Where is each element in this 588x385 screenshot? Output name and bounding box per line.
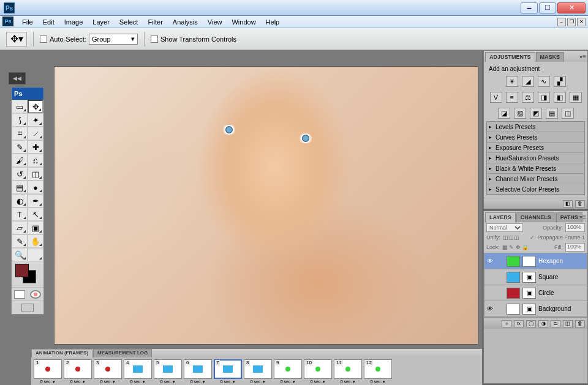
- animation-frame[interactable]: 40 sec. ▾: [124, 359, 152, 384]
- animation-frame[interactable]: 70 sec. ▾: [214, 359, 242, 384]
- tool-eyedropper[interactable]: ✎: [12, 140, 28, 154]
- preset-item[interactable]: Hue/Saturation Presets: [487, 153, 584, 163]
- frame-delay[interactable]: 0 sec. ▾: [244, 379, 272, 384]
- menu-filter[interactable]: Filter: [143, 17, 167, 27]
- frame-delay[interactable]: 0 sec. ▾: [154, 379, 182, 384]
- animation-frame[interactable]: 60 sec. ▾: [184, 359, 212, 384]
- tool-move[interactable]: ✥: [28, 100, 43, 113]
- toolbox-collapse-button[interactable]: ◀◀: [9, 72, 26, 84]
- tool-blur[interactable]: ●: [28, 181, 43, 194]
- tool-history-brush[interactable]: ↺: [12, 167, 28, 181]
- channel-mixer-icon[interactable]: ▦: [570, 92, 582, 103]
- frame-delay[interactable]: 0 sec. ▾: [334, 379, 362, 384]
- animation-frame[interactable]: 50 sec. ▾: [154, 359, 182, 384]
- doc-close-button[interactable]: ✕: [577, 18, 586, 26]
- frame-delay[interactable]: 0 sec. ▾: [304, 379, 332, 384]
- auto-select-mode-select[interactable]: Group▾: [89, 34, 138, 45]
- menu-file[interactable]: File: [17, 17, 38, 27]
- animation-frame[interactable]: 100 sec. ▾: [304, 359, 332, 384]
- tool-zoom[interactable]: 🔍: [12, 248, 28, 261]
- fx-icon[interactable]: fx: [514, 320, 524, 327]
- preset-item[interactable]: Channel Mixer Presets: [487, 174, 584, 184]
- group-icon[interactable]: 🗀: [551, 320, 560, 327]
- brightness-icon[interactable]: ☀: [506, 76, 518, 87]
- tab-masks[interactable]: MASKS: [536, 52, 565, 62]
- close-button[interactable]: [557, 2, 586, 13]
- frame-delay[interactable]: 0 sec. ▾: [64, 379, 92, 384]
- new-layer-icon[interactable]: ◫: [563, 320, 573, 327]
- tool-marquee[interactable]: ▭: [12, 100, 28, 113]
- tool-eraser[interactable]: ◫: [28, 167, 43, 181]
- tab-paths[interactable]: PATHS: [556, 212, 582, 222]
- unify-icon[interactable]: ◫◫◫: [503, 234, 519, 241]
- doc-restore-button[interactable]: ❐: [567, 18, 576, 26]
- frame-delay[interactable]: 0 sec. ▾: [184, 379, 212, 384]
- preset-item[interactable]: Curves Presets: [487, 132, 584, 143]
- tab-adjustments[interactable]: ADJUSTMENTS: [485, 52, 535, 62]
- tool-shape[interactable]: ▱: [12, 221, 28, 234]
- invert-icon[interactable]: ◪: [498, 108, 510, 119]
- tool-clone[interactable]: ⎌: [28, 154, 43, 167]
- tool-crop[interactable]: ⌗: [12, 127, 28, 140]
- link-icon[interactable]: ⟐: [502, 320, 511, 327]
- layer-row[interactable]: ▣Circle: [484, 285, 587, 301]
- opacity-value[interactable]: 100%: [565, 223, 585, 232]
- standard-mode-icon[interactable]: [14, 290, 25, 299]
- trash-icon[interactable]: 🗑: [575, 200, 585, 207]
- vibrance-icon[interactable]: V: [490, 92, 502, 103]
- layer-row[interactable]: 👁▣Hexagon: [484, 253, 587, 269]
- tab-channels[interactable]: CHANNELS: [516, 212, 556, 222]
- threshold-icon[interactable]: ◩: [530, 108, 542, 119]
- minimize-button[interactable]: [521, 2, 538, 13]
- tool-type[interactable]: T: [12, 207, 28, 221]
- animation-frame[interactable]: 20 sec. ▾: [64, 359, 92, 384]
- tool-dodge[interactable]: ◐: [12, 194, 28, 207]
- animation-frame[interactable]: 30 sec. ▾: [94, 359, 122, 384]
- app-menu-icon[interactable]: Ps: [2, 17, 13, 26]
- animation-frame[interactable]: 110 sec. ▾: [334, 359, 362, 384]
- preset-item[interactable]: Black & White Presets: [487, 163, 584, 174]
- tool-hand[interactable]: ✋: [28, 234, 43, 248]
- tool-slice[interactable]: ⟋: [28, 127, 43, 140]
- color-balance-icon[interactable]: ⚖: [522, 92, 534, 103]
- adj-layer-icon[interactable]: ◑: [538, 320, 548, 327]
- tool-lasso[interactable]: ⟆: [12, 113, 28, 127]
- exposure-icon[interactable]: ▞: [554, 76, 566, 87]
- frame-delay[interactable]: 0 sec. ▾: [364, 379, 392, 384]
- photo-filter-icon[interactable]: ◧: [554, 92, 566, 103]
- frame-delay[interactable]: 0 sec. ▾: [274, 379, 302, 384]
- frame-delay[interactable]: 0 sec. ▾: [214, 379, 242, 384]
- color-swatches[interactable]: [12, 261, 43, 287]
- lock-icons[interactable]: ▦ ✎ ✥ 🔒: [502, 244, 529, 250]
- tool-brush[interactable]: 🖌: [12, 154, 28, 167]
- auto-select-option[interactable]: Auto-Select: Group▾: [40, 34, 138, 45]
- foreground-color-swatch[interactable]: [15, 264, 29, 277]
- toolbox-header[interactable]: Ps: [12, 88, 43, 100]
- menu-window[interactable]: Window: [227, 17, 260, 27]
- layer-row[interactable]: ▣Square: [484, 269, 587, 285]
- frame-delay[interactable]: 0 sec. ▾: [34, 379, 62, 384]
- screen-mode-row[interactable]: [12, 301, 43, 314]
- visibility-icon[interactable]: [486, 289, 494, 297]
- menu-select[interactable]: Select: [115, 17, 143, 27]
- tool-pen[interactable]: ✒: [28, 194, 43, 207]
- blend-mode-select[interactable]: Normal: [486, 223, 523, 232]
- menu-view[interactable]: View: [203, 17, 227, 27]
- animation-frame[interactable]: 80 sec. ▾: [244, 359, 272, 384]
- gradient-map-icon[interactable]: ▤: [546, 108, 558, 119]
- preset-item[interactable]: Levels Presets: [487, 122, 584, 132]
- menu-layer[interactable]: Layer: [88, 17, 115, 27]
- visibility-icon[interactable]: 👁: [486, 305, 494, 313]
- tab-measurement-log[interactable]: MEASUREMENT LOG: [93, 349, 152, 357]
- animation-frame[interactable]: 120 sec. ▾: [364, 359, 392, 384]
- tool-gradient[interactable]: ▤: [12, 181, 28, 194]
- menu-help[interactable]: Help: [261, 17, 285, 27]
- show-transform-option[interactable]: Show Transform Controls: [151, 36, 236, 43]
- panel-menu-icon[interactable]: ▾≡: [579, 214, 586, 220]
- frame-delay[interactable]: 0 sec. ▾: [94, 379, 122, 384]
- clip-icon[interactable]: ◧: [563, 200, 573, 207]
- curves-icon[interactable]: ∿: [538, 76, 550, 87]
- visibility-icon[interactable]: 👁: [486, 257, 494, 266]
- show-transform-checkbox[interactable]: [151, 36, 158, 43]
- tool-wand[interactable]: ✦: [28, 113, 43, 127]
